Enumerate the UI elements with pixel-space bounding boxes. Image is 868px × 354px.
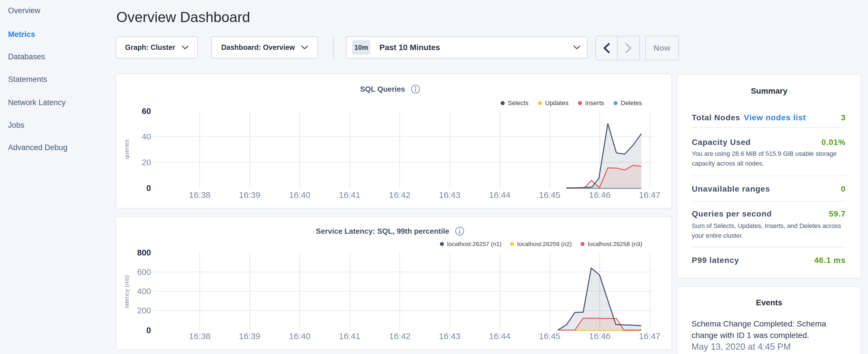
svg-text:16:41: 16:41	[339, 331, 360, 341]
svg-text:40: 40	[142, 132, 151, 141]
svg-text:16:41: 16:41	[339, 190, 360, 200]
svg-text:600: 600	[137, 267, 151, 277]
svg-text:16:42: 16:42	[389, 190, 410, 200]
svg-text:16:43: 16:43	[439, 190, 460, 200]
svg-text:16:39: 16:39	[239, 331, 260, 341]
svg-text:16:38: 16:38	[189, 331, 210, 341]
svg-text:16:40: 16:40	[289, 190, 310, 200]
svg-text:0: 0	[147, 326, 151, 335]
svg-text:16:47: 16:47	[639, 331, 660, 341]
svg-text:16:39: 16:39	[239, 190, 260, 200]
svg-text:20: 20	[142, 158, 151, 167]
svg-text:16:46: 16:46	[589, 190, 610, 200]
svg-text:16:43: 16:43	[439, 331, 460, 341]
svg-text:60: 60	[142, 106, 151, 116]
svg-text:800: 800	[137, 248, 151, 257]
svg-text:queries: queries	[123, 139, 130, 159]
svg-text:200: 200	[137, 306, 151, 315]
svg-text:16:47: 16:47	[639, 190, 660, 200]
svg-text:16:45: 16:45	[539, 190, 560, 200]
svg-text:0: 0	[147, 184, 151, 193]
svg-text:16:44: 16:44	[489, 190, 510, 200]
svg-text:16:38: 16:38	[189, 190, 210, 200]
svg-text:16:46: 16:46	[589, 331, 610, 341]
svg-text:400: 400	[137, 287, 151, 296]
svg-text:16:40: 16:40	[289, 331, 310, 341]
svg-text:16:44: 16:44	[489, 331, 510, 341]
svg-text:16:42: 16:42	[389, 331, 410, 341]
svg-text:latency (ms): latency (ms)	[123, 275, 130, 308]
svg-text:16:45: 16:45	[539, 331, 560, 341]
